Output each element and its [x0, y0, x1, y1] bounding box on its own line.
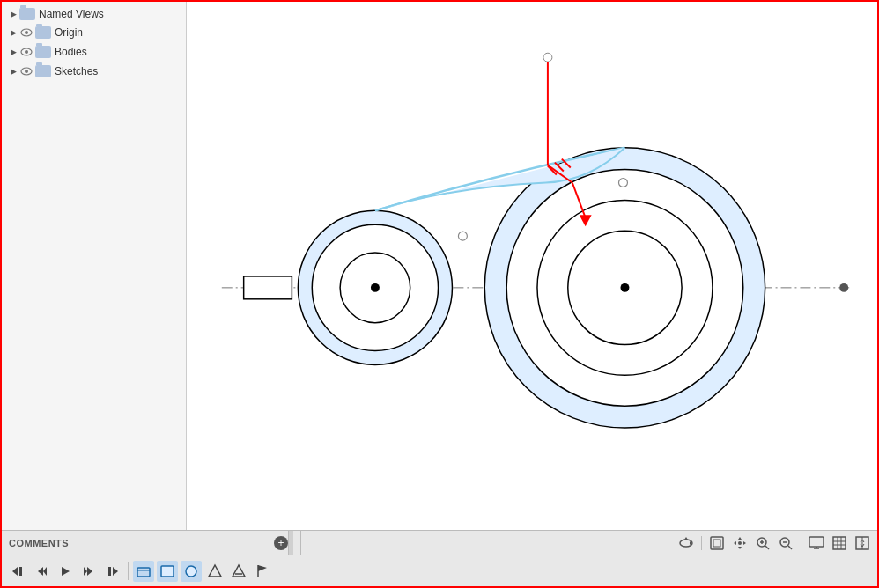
sep2: [801, 536, 801, 550]
tree-eye-origin[interactable]: [19, 26, 33, 40]
tree-arrow-origin: ▶: [7, 26, 19, 39]
tree-eye-sketches[interactable]: [19, 64, 33, 78]
svg-marker-58: [113, 567, 118, 576]
fit-icon[interactable]: [707, 533, 727, 553]
toolbar-right: [671, 533, 877, 553]
svg-point-63: [186, 566, 196, 577]
comments-divider[interactable]: [288, 531, 293, 555]
svg-marker-54: [43, 567, 47, 576]
tree-folder-origin: [35, 26, 51, 39]
tree-item-bodies[interactable]: ▶ Bodies: [2, 42, 186, 62]
svg-rect-60: [137, 568, 150, 577]
svg-rect-44: [833, 537, 846, 549]
svg-marker-51: [12, 567, 18, 576]
play-button[interactable]: [55, 561, 76, 582]
tree-arrow-sketches: ▶: [7, 65, 19, 77]
comments-add-button[interactable]: +: [274, 536, 288, 550]
tree-folder-sketches: [35, 65, 51, 77]
comments-label: COMMENTS: [9, 538, 274, 548]
sketch-triangle-tool[interactable]: [204, 561, 225, 582]
svg-marker-64: [209, 565, 221, 577]
sketch-rectangle-tool[interactable]: [157, 561, 178, 582]
step-back-button[interactable]: [31, 561, 52, 582]
svg-point-29: [839, 283, 848, 292]
comments-section: COMMENTS +: [2, 531, 301, 555]
svg-line-40: [788, 546, 792, 549]
tree-eye-bodies[interactable]: [19, 45, 33, 59]
svg-rect-8: [244, 276, 292, 299]
tree-label-named-views: Named Views: [39, 8, 104, 20]
svg-point-13: [373, 286, 377, 290]
sep1: [701, 536, 702, 550]
main-area: ▶ Named Views ▶ Origin ▶: [2, 2, 877, 530]
drawing-svg: [187, 2, 877, 530]
sketch-select-tool[interactable]: [133, 561, 154, 582]
tree-item-named-views[interactable]: ▶ Named Views: [2, 5, 186, 23]
svg-rect-52: [19, 567, 22, 576]
bottom-toolbar: [2, 555, 877, 586]
sketch-circle-tool[interactable]: [181, 561, 202, 582]
svg-rect-41: [809, 537, 824, 547]
svg-marker-56: [87, 567, 92, 576]
grid-icon[interactable]: [830, 533, 849, 553]
tree-arrow-bodies: ▶: [7, 46, 19, 58]
svg-marker-57: [84, 567, 87, 576]
tree-label-origin: Origin: [55, 26, 83, 39]
sketch-constraint-tool[interactable]: [228, 561, 249, 582]
tree-folder-bodies: [35, 46, 51, 58]
zoom-in-icon[interactable]: [753, 533, 772, 553]
svg-rect-32: [713, 540, 720, 547]
svg-point-33: [738, 541, 742, 545]
tree-label-sketches: Sketches: [55, 65, 98, 77]
orbit-icon[interactable]: [676, 533, 696, 553]
svg-point-5: [25, 70, 28, 73]
status-bar: COMMENTS +: [2, 530, 877, 555]
tree-item-sketches[interactable]: ▶ Sketches: [2, 62, 186, 81]
svg-line-37: [765, 546, 769, 549]
sketch-flag-tool[interactable]: [252, 561, 273, 582]
tree-label-bodies: Bodies: [55, 46, 87, 58]
canvas-area[interactable]: [187, 2, 877, 530]
step-forward-button[interactable]: [78, 561, 100, 582]
tree-item-origin[interactable]: ▶ Origin: [2, 23, 186, 42]
svg-marker-55: [62, 567, 70, 576]
svg-rect-31: [711, 537, 723, 549]
forward-end-button[interactable]: [102, 561, 123, 582]
svg-rect-62: [161, 566, 174, 577]
svg-point-3: [25, 50, 28, 54]
svg-marker-65: [233, 565, 245, 577]
svg-marker-53: [38, 567, 43, 576]
rewind-start-button[interactable]: [7, 561, 28, 582]
zoom-out-icon[interactable]: [776, 533, 795, 553]
tree-arrow-named-views: ▶: [7, 8, 19, 20]
expand-icon[interactable]: [853, 533, 872, 553]
tree-folder-named-views: [19, 8, 35, 20]
svg-point-27: [458, 232, 467, 240]
svg-point-18: [620, 283, 629, 292]
svg-point-19: [543, 53, 552, 62]
svg-point-28: [618, 179, 627, 187]
pan-icon[interactable]: [730, 533, 750, 553]
svg-point-1: [25, 31, 28, 34]
bt-sep1: [128, 562, 129, 580]
svg-rect-59: [108, 567, 111, 576]
left-panel: ▶ Named Views ▶ Origin ▶: [2, 2, 187, 530]
display-icon[interactable]: [807, 533, 826, 553]
